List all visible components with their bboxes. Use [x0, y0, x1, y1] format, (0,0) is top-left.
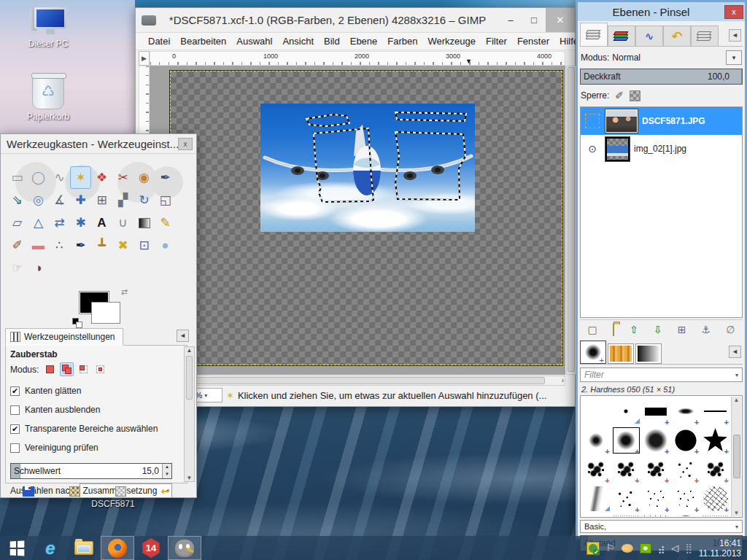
dock-collapse-button[interactable]: ◄	[177, 330, 189, 342]
tool-color-picker[interactable]: ⇘	[7, 189, 28, 211]
firefox-button[interactable]	[101, 536, 134, 560]
brush-cell[interactable]	[700, 426, 730, 455]
ruler-origin-button[interactable]: ▶	[139, 51, 150, 66]
options-scrollbar[interactable]: ▲ ▼	[184, 346, 195, 482]
brush-cell[interactable]	[611, 484, 641, 513]
internet-explorer-button[interactable]: e	[34, 536, 67, 560]
menu-bild[interactable]: Bild	[319, 34, 345, 49]
brush-cell[interactable]	[670, 513, 700, 516]
brush-cell[interactable]	[611, 397, 641, 426]
antivirus-tray-icon[interactable]	[587, 542, 600, 555]
brush-dock-menu-button[interactable]: ◄	[729, 346, 741, 358]
layer-mode-dropdown[interactable]: ▾	[726, 50, 742, 65]
tab-brushes[interactable]	[580, 341, 606, 364]
tool-options-tab[interactable]: Werkzeugeinstellungen	[5, 328, 123, 346]
tool-smudge[interactable]: ☞	[7, 257, 28, 279]
brush-cell[interactable]	[611, 426, 641, 455]
tool-gradient[interactable]	[133, 211, 155, 234]
nvidia-tray-icon[interactable]: ◉	[640, 543, 651, 553]
visibility-toggle[interactable]: ⊙	[584, 140, 601, 158]
tool-scissors-select[interactable]: ✂	[112, 166, 133, 189]
gimp-titlebar[interactable]: *DSCF5871.xcf-1.0 (RGB-Farben, 2 Ebenen)…	[136, 8, 575, 33]
new-group-button[interactable]	[613, 324, 614, 335]
desktop-icon-recycle-bin[interactable]: Papierkorb	[15, 74, 82, 122]
tool-dodge-burn[interactable]: ◑	[28, 257, 49, 279]
delete-layer-button[interactable]: ∅	[726, 324, 735, 335]
tool-zoom[interactable]: ◎	[28, 189, 49, 211]
delete-options-button[interactable]	[115, 486, 126, 497]
save-options-button[interactable]	[23, 486, 34, 497]
checkbox-4[interactable]	[10, 443, 20, 453]
brush-filter-input[interactable]: Filter ▾	[580, 368, 743, 382]
checkbox-2[interactable]	[10, 405, 20, 415]
file-explorer-button[interactable]	[67, 536, 101, 560]
restore-options-button[interactable]	[69, 486, 80, 497]
gimp-taskbar-button[interactable]	[168, 536, 201, 560]
brush-cell[interactable]	[700, 455, 730, 484]
menu-werkzeuge[interactable]: Werkzeuge	[423, 34, 481, 49]
brush-grid-scrollbar[interactable]: ▲▼	[731, 397, 741, 516]
menu-ebene[interactable]: Ebene	[345, 34, 383, 49]
toolbox-close-button[interactable]: x	[178, 138, 193, 150]
tool-pencil[interactable]: ✎	[155, 211, 176, 234]
tool-rectangle-select[interactable]: ▭	[7, 166, 28, 189]
mode-replace-button[interactable]	[43, 362, 57, 376]
brush-cell[interactable]	[700, 397, 730, 426]
tab-undo-history[interactable]: ↶	[663, 26, 691, 46]
tool-rotate[interactable]: ↻	[133, 189, 155, 211]
brush-cell[interactable]	[641, 397, 671, 426]
start-button[interactable]	[0, 536, 34, 560]
brush-cell[interactable]	[670, 484, 700, 513]
tool-shear[interactable]: ▱	[7, 211, 28, 234]
maximize-button[interactable]: □	[522, 8, 546, 32]
mode-intersect-button[interactable]	[93, 362, 107, 376]
tab-channels[interactable]	[608, 26, 635, 46]
lock-alpha-icon[interactable]	[630, 90, 640, 101]
horizontal-scrollbar[interactable]: ›	[150, 376, 565, 386]
brush-cell[interactable]	[670, 455, 700, 484]
tool-scale[interactable]: ◱	[155, 189, 176, 211]
brush-cell[interactable]	[641, 484, 671, 513]
layer-row[interactable]: ⊙img_02[1].jpg	[581, 135, 742, 163]
checkbox-1[interactable]: ✔	[10, 386, 20, 396]
tool-perspective-clone[interactable]: ⊡	[133, 234, 155, 257]
tray-ball-icon[interactable]: ⣿	[685, 542, 692, 553]
toolbox-titlebar[interactable]: Werkzeugkasten - Werkzeugeinst... x	[1, 134, 196, 154]
layers-close-button[interactable]: x	[724, 5, 743, 19]
layer-row[interactable]: DSCF5871.JPG	[581, 107, 742, 135]
threshold-slider[interactable]: Schwellwert 15,0 ▲▼	[10, 463, 172, 479]
anchor-layer-button[interactable]: ⚓	[702, 324, 711, 335]
duplicate-layer-button[interactable]: ⊞	[678, 324, 686, 335]
brush-cell[interactable]	[611, 455, 641, 484]
default-colors-icon[interactable]	[72, 318, 82, 328]
mode-add-button[interactable]	[60, 362, 74, 376]
brush-cell[interactable]	[581, 397, 611, 426]
tool-blur-sharpen[interactable]: ●	[155, 234, 176, 257]
close-button[interactable]: ✕	[546, 8, 575, 32]
app-14-button[interactable]: 14	[134, 536, 168, 560]
brush-cell[interactable]	[581, 426, 611, 455]
tool-measure[interactable]: ∡	[49, 189, 70, 211]
brush-cell[interactable]	[641, 455, 671, 484]
menu-datei[interactable]: Datei	[143, 34, 175, 49]
desktop-icon-this-pc[interactable]: Dieser PC	[15, 7, 82, 49]
visibility-toggle[interactable]	[584, 112, 601, 130]
tool-move[interactable]: ✚	[70, 189, 91, 211]
brush-cell[interactable]	[581, 513, 611, 516]
menu-auswahl[interactable]: Auswahl	[231, 34, 277, 49]
color-area[interactable]: ⇄	[74, 289, 125, 325]
scroll-right-arrow[interactable]: ›	[562, 376, 564, 384]
tool-free-select[interactable]: ∿	[49, 166, 70, 189]
volume-icon[interactable]: ◁	[671, 542, 678, 553]
layers-titlebar[interactable]: Ebenen - Pinsel x	[578, 2, 745, 21]
menu-bearbeiten[interactable]: Bearbeiten	[175, 34, 231, 49]
threshold-spinner[interactable]: ▲▼	[162, 464, 171, 478]
brush-cell[interactable]	[581, 455, 611, 484]
dock-menu-button[interactable]: ◄	[729, 29, 741, 42]
tab-patterns[interactable]	[608, 343, 634, 364]
brush-cell[interactable]	[611, 513, 641, 516]
tool-fuzzy-select[interactable]: ✶	[70, 166, 91, 189]
tool-align[interactable]: ⊞	[91, 189, 112, 211]
brush-cell[interactable]	[581, 484, 611, 513]
tool-cage-transform[interactable]: ✱	[70, 211, 91, 234]
